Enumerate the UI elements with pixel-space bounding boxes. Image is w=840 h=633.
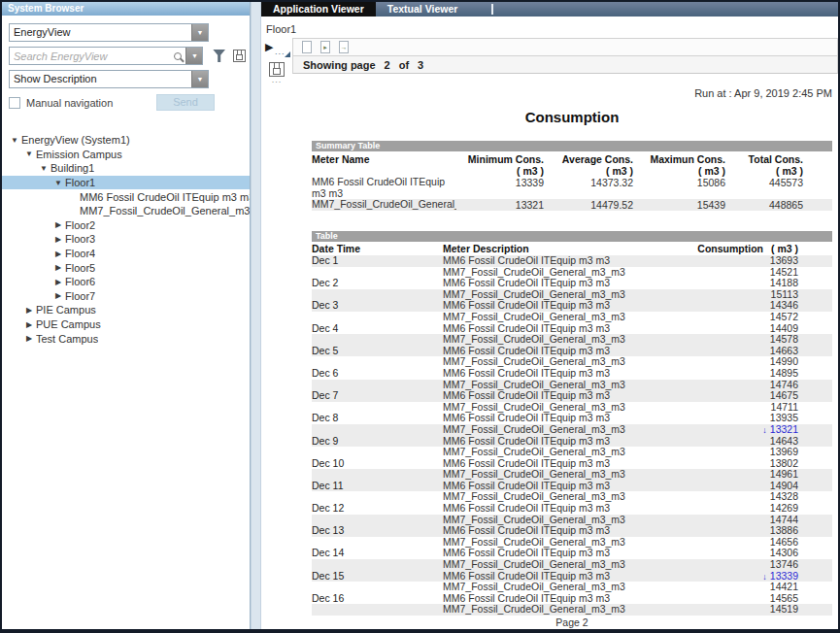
tree-item-label: PIE Campus: [36, 304, 96, 316]
tree-item[interactable]: ▶Floor7: [2, 289, 250, 304]
detail-date-cell: Dec 7: [312, 390, 443, 402]
tab-textual-viewer[interactable]: Textual Viewer: [376, 2, 470, 17]
detail-table-row: MM7_Fossil_CrudeOil_General_m3_m314711: [312, 402, 832, 414]
detail-meter-cell: MM6 Fossil CrudeOil ITEquip m3 m3: [443, 255, 672, 267]
tree-item[interactable]: ▶Floor2: [2, 218, 250, 233]
chevron-down-icon[interactable]: ▼: [185, 48, 202, 64]
detail-meter-cell: MM7_Fossil_CrudeOil_General_m3_m3: [443, 537, 672, 549]
manual-navigation-checkbox[interactable]: [9, 97, 20, 109]
min-value-link[interactable]: 13321: [770, 423, 798, 435]
tree-expanded-icon[interactable]: ▼: [37, 164, 50, 173]
tree-item[interactable]: MM6 Fossil CrudeOil ITEquip m3 m3: [2, 189, 250, 204]
detail-meter-cell: MM6 Fossil CrudeOil ITEquip m3 m3: [443, 436, 672, 448]
detail-date-cell: Dec 16: [312, 593, 443, 605]
tree-item[interactable]: ▶PIE Campus: [2, 303, 250, 317]
tree-item[interactable]: ▼EnergyView (System1): [2, 133, 250, 148]
tree-collapsed-icon[interactable]: ▶: [51, 220, 65, 229]
detail-table-row: MM7_Fossil_CrudeOil_General_m3_m314744: [312, 515, 832, 526]
summary-max-value: 15439: [633, 199, 725, 211]
detail-table-row: Dec 12MM6 Fossil CrudeOil ITEquip m3 m31…: [312, 503, 832, 515]
document-icon[interactable]: [302, 41, 312, 53]
tree-item[interactable]: ▼Floor1: [2, 176, 250, 190]
tree-collapsed-icon[interactable]: ▶: [51, 235, 65, 244]
detail-meter-cell: MM7_Fossil_CrudeOil_General_m3_m3: [443, 559, 672, 571]
summary-col-max: Maximun Cons.( m3 ): [633, 153, 725, 177]
detail-meter-cell: MM7_Fossil_CrudeOil_General_m3_m3: [443, 334, 672, 346]
system-tree: ▼EnergyView (System1)▼Emission Campus▼Bu…: [2, 114, 250, 629]
tree-expanded-icon[interactable]: ▼: [51, 179, 65, 187]
tree-item[interactable]: ▶Test Campus: [2, 331, 250, 346]
summary-col-min: Minimum Cons.( m3 ): [456, 153, 544, 177]
tab-application-viewer[interactable]: Application Viewer: [261, 2, 376, 17]
tree-collapsed-icon[interactable]: ▶: [22, 334, 36, 343]
detail-table-row: Dec 11MM6 Fossil CrudeOil ITEquip m3 m31…: [312, 481, 832, 492]
detail-table-row: MM7_Fossil_CrudeOil_General_m3_m313969: [312, 447, 832, 458]
run-report-button[interactable]: ▶...: [265, 41, 288, 58]
detail-meter-cell: MM6 Fossil CrudeOil ITEquip m3 m3: [443, 346, 672, 357]
detail-consumption-cell: 14572: [672, 312, 798, 323]
tree-collapsed-icon[interactable]: ▶: [51, 278, 65, 286]
tree-collapsed-icon[interactable]: ▶: [51, 250, 65, 258]
tree-collapsed-icon[interactable]: ▶: [22, 320, 36, 329]
system-browser-title: System Browser: [2, 2, 250, 16]
detail-date-cell: Dec 14: [312, 548, 443, 559]
tree-item-label: EnergyView (System1): [21, 134, 130, 146]
search-icon[interactable]: [174, 52, 182, 60]
description-selector[interactable]: Show Description ▼: [9, 70, 209, 88]
tree-item[interactable]: ▶Floor5: [2, 260, 250, 275]
tree-item-label: Emission Campus: [36, 149, 122, 160]
tree-item[interactable]: ▶Floor3: [2, 232, 250, 247]
tree-collapsed-icon[interactable]: ▶: [51, 291, 65, 300]
detail-table-row: MM7_Fossil_CrudeOil_General_m3_m3↓13321: [312, 424, 832, 436]
detail-meter-cell: MM7_Fossil_CrudeOil_General_m3_m3: [443, 447, 672, 458]
detail-consumption-cell: 14578: [672, 334, 798, 346]
tree-collapsed-icon[interactable]: ▶: [22, 306, 36, 315]
detail-date-cell: [312, 312, 443, 323]
tree-collapsed-icon[interactable]: ▶: [51, 263, 65, 272]
detail-table-row: Dec 16MM6 Fossil CrudeOil ITEquip m3 m31…: [312, 593, 832, 605]
tab-separator: [491, 4, 493, 15]
detail-meter-cell: MM6 Fossil CrudeOil ITEquip m3 m3: [443, 503, 672, 515]
view-selector[interactable]: EnergyView ▼: [9, 23, 209, 42]
min-value-link[interactable]: 13339: [770, 570, 798, 582]
tree-item-label: Floor1: [65, 177, 95, 188]
tree-item[interactable]: ▼Emission Campus: [2, 148, 250, 162]
save-report-button[interactable]: ...: [269, 62, 285, 83]
filter-icon[interactable]: [213, 50, 225, 62]
send-button[interactable]: Send: [156, 94, 215, 111]
tree-item[interactable]: MM7_Fossil_CrudeOil_General_m3_m3: [2, 204, 250, 218]
tree-item[interactable]: ▶PUE Campus: [2, 317, 250, 332]
detail-table-row: MM7_Fossil_CrudeOil_General_m3_m314519: [312, 604, 832, 616]
summary-table: Summary Table Meter Name Minimum Cons.( …: [312, 141, 832, 211]
detail-table-row: Dec 3MM6 Fossil CrudeOil ITEquip m3 m314…: [312, 300, 832, 312]
summary-col-meter-name: Meter Name: [312, 153, 456, 177]
tree-expanded-icon[interactable]: ▼: [22, 150, 36, 158]
chevron-down-icon[interactable]: ▼: [191, 24, 208, 41]
document-next-page-icon[interactable]: ▸: [320, 41, 330, 53]
save-icon: [269, 62, 285, 77]
summary-table-row: MM7_Fossil_CrudeOil_General_1332114479.5…: [312, 199, 832, 211]
detail-meter-cell: MM7_Fossil_CrudeOil_General_m3_m3: [443, 604, 672, 616]
tree-item[interactable]: ▶Floor4: [2, 247, 250, 261]
save-search-icon[interactable]: [233, 50, 246, 62]
detail-date-cell: [312, 447, 443, 458]
tree-item[interactable]: ▶Floor6: [2, 275, 250, 289]
detail-consumption-cell: 14269: [672, 503, 798, 515]
search-input[interactable]: [10, 48, 172, 64]
min-value-arrow-icon: ↓: [762, 572, 767, 582]
detail-table-row: MM7_Fossil_CrudeOil_General_m3_m314656: [312, 537, 832, 549]
description-selector-value: Show Description: [10, 71, 191, 87]
panel-splitter[interactable]: [251, 2, 261, 629]
summary-col-avg: Average Cons.( m3 ): [544, 153, 633, 177]
detail-date-cell: Dec 11: [312, 481, 443, 492]
detail-meter-cell: MM7_Fossil_CrudeOil_General_m3_m3: [443, 402, 672, 414]
detail-date-cell: Dec 8: [312, 413, 443, 424]
tree-expanded-icon[interactable]: ▼: [8, 136, 21, 145]
viewer-gutter: ▶... ...: [261, 38, 292, 629]
chevron-down-icon[interactable]: ▼: [191, 71, 208, 87]
tree-item[interactable]: ▼Building1: [2, 161, 250, 176]
document-export-icon[interactable]: →: [339, 41, 349, 53]
detail-table-row: Dec 10MM6 Fossil CrudeOil ITEquip m3 m31…: [312, 458, 832, 470]
detail-table-bar: Table: [312, 231, 832, 242]
detail-meter-cell: MM6 Fossil CrudeOil ITEquip m3 m3: [443, 593, 672, 605]
